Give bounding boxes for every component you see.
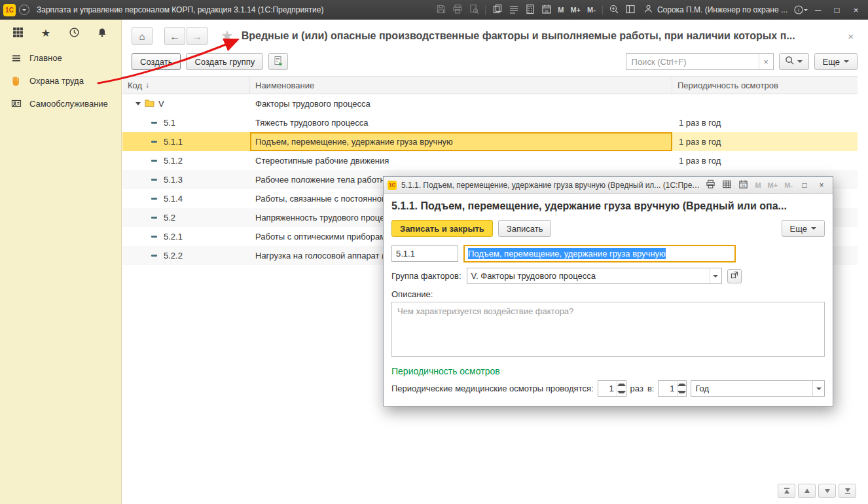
dialog-maximize-button[interactable]: □ <box>797 179 812 192</box>
step-up-button[interactable] <box>617 381 626 389</box>
period-row: Периодические медицинские осмотры провод… <box>384 378 833 406</box>
dropdown-button[interactable] <box>812 381 824 396</box>
dialog-close-button[interactable]: × <box>814 179 829 192</box>
expand-icon[interactable] <box>136 102 141 105</box>
preview-icon <box>469 4 479 16</box>
cell-name: Факторы трудового процесса <box>250 94 672 113</box>
more-button[interactable]: Еще <box>814 53 858 70</box>
dialog-table-button[interactable] <box>720 179 734 192</box>
column-header-period[interactable]: Периодичность осмотров <box>672 77 858 94</box>
forward-button[interactable]: → <box>187 27 208 45</box>
table-header: Код ↓ Наименование Периодичность осмотро… <box>122 77 858 94</box>
list-end-button[interactable] <box>839 484 856 498</box>
memory-m-button[interactable]: M <box>753 181 763 189</box>
period-interval-input[interactable] <box>659 381 677 396</box>
save-file-button[interactable] <box>433 2 448 18</box>
zoom-button[interactable] <box>607 2 622 18</box>
sidebar-item-self-service[interactable]: Самообслуживание <box>0 92 121 115</box>
main-menu-button[interactable] <box>19 5 29 15</box>
memory-m-button[interactable]: M <box>555 6 566 14</box>
memory-m-minus-button[interactable]: M- <box>782 181 795 189</box>
column-label: Периодичность осмотров <box>678 81 778 90</box>
print-preview-button[interactable] <box>466 2 481 18</box>
sections-sidebar: ★ Главное Охрана труда Самообслуживание <box>0 20 122 504</box>
open-group-button[interactable] <box>727 269 742 283</box>
dialog-print-button[interactable] <box>704 179 717 192</box>
sidebar-item-labor-safety[interactable]: Охрана труда <box>0 69 121 92</box>
dialog-calendar-button[interactable]: 31 <box>736 179 750 192</box>
print-icon <box>706 179 715 191</box>
calendar-button[interactable]: 31 <box>539 2 554 18</box>
print-button[interactable] <box>450 2 465 18</box>
step-down-button[interactable] <box>617 389 626 397</box>
name-field[interactable]: Подъем, перемещение, удержание груза вру… <box>463 245 736 262</box>
close-button[interactable]: × <box>847 2 865 18</box>
save-and-close-button[interactable]: Записать и закрыть <box>391 220 493 237</box>
chevron-down-icon <box>816 387 822 390</box>
save-button[interactable]: Записать <box>498 220 552 237</box>
info-menu-button[interactable]: i <box>793 2 808 18</box>
all-functions-button[interactable] <box>10 26 25 41</box>
page-up-button[interactable] <box>798 484 816 498</box>
create-button[interactable]: Создать <box>132 53 181 70</box>
back-button[interactable]: ← <box>164 27 185 45</box>
memory-m-plus-button[interactable]: M+ <box>766 181 780 189</box>
user-icon <box>643 4 653 16</box>
notifications-button[interactable] <box>95 26 109 41</box>
column-header-name[interactable]: Наименование <box>250 77 672 94</box>
item-dash-icon <box>150 232 158 241</box>
close-page-button[interactable]: × <box>842 31 859 42</box>
separator <box>602 5 603 15</box>
step-up-button[interactable] <box>678 381 686 389</box>
star-icon: ★ <box>41 28 50 39</box>
description-row <box>384 299 833 359</box>
dropdown-button[interactable] <box>710 268 721 283</box>
period-count-input[interactable] <box>598 381 617 396</box>
group-row: Группа факторов: V. Факторы трудового пр… <box>384 265 833 287</box>
cell-code: 5.2 <box>164 213 175 223</box>
list-icon <box>509 4 519 16</box>
code-field[interactable] <box>391 245 458 262</box>
times-label: раз <box>630 384 643 393</box>
page-down-button[interactable] <box>818 484 836 498</box>
maximize-button[interactable]: □ <box>828 2 846 18</box>
cell-code: 5.1.2 <box>164 156 183 166</box>
dialog-command-bar: Записать и закрыть Записать Еще <box>384 215 833 242</box>
description-field[interactable] <box>391 302 825 357</box>
dialog-header: 5.1.1. Подъем, перемещение, удержание гр… <box>384 194 833 215</box>
current-user-button[interactable]: Сорока П.М. (Инженер по охране ... <box>640 4 791 16</box>
table-row-group[interactable]: V Факторы трудового процесса <box>122 94 858 113</box>
step-down-button[interactable] <box>678 389 686 397</box>
cell-code: V <box>158 99 164 109</box>
chevron-up-icon <box>617 384 626 386</box>
panels-button[interactable] <box>623 2 638 18</box>
period-unit-combo[interactable]: Год <box>691 380 825 397</box>
cell-name: Стереотипные рабочие движения <box>250 151 672 170</box>
create-group-button[interactable]: Создать группу <box>186 53 263 70</box>
calculator-button[interactable] <box>522 2 537 18</box>
minimize-button[interactable]: ─ <box>809 2 827 18</box>
memory-m-plus-button[interactable]: M+ <box>568 6 583 14</box>
table-row[interactable]: 5.1 Тяжесть трудового процесса 1 раз в г… <box>122 113 858 132</box>
memory-m-minus-button[interactable]: M- <box>585 6 598 14</box>
dialog-more-button[interactable]: Еще <box>782 220 825 237</box>
favorite-star-icon[interactable]: ★ <box>221 29 234 43</box>
files-button[interactable] <box>490 2 505 18</box>
clear-search-button[interactable]: × <box>759 54 773 69</box>
history-button[interactable] <box>67 26 81 41</box>
home-button[interactable]: ⌂ <box>132 27 153 45</box>
favorites-button[interactable]: ★ <box>39 26 53 41</box>
advanced-search-button[interactable] <box>779 53 809 70</box>
table-row-selected[interactable]: 5.1.1 Подъем, перемещение, удержание гру… <box>122 132 858 151</box>
item-dash-icon <box>150 251 158 260</box>
cell-code: 5.2.1 <box>164 232 183 242</box>
table-row[interactable]: 5.1.2 Стереотипные рабочие движения 1 ра… <box>122 151 858 170</box>
column-header-code[interactable]: Код ↓ <box>122 77 250 94</box>
sidebar-item-main[interactable]: Главное <box>0 46 121 69</box>
document-action-button[interactable] <box>268 53 288 70</box>
group-combo[interactable]: V. Факторы трудового процесса <box>467 268 722 284</box>
show-contents-button[interactable] <box>506 2 521 18</box>
search-input[interactable] <box>626 54 759 69</box>
list-begin-button[interactable] <box>778 484 795 498</box>
group-value: V. Факторы трудового процесса <box>467 268 710 283</box>
